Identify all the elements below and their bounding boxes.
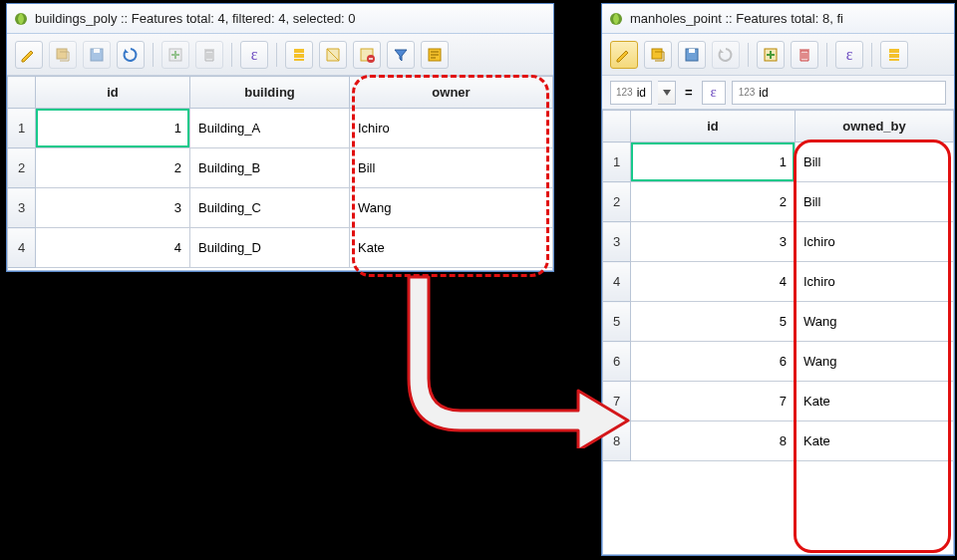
select-all-button[interactable] [880,41,908,69]
column-header-id[interactable]: id [36,77,190,109]
row-number[interactable]: 8 [603,421,631,461]
row-number[interactable]: 2 [8,148,36,188]
table-row[interactable]: 7 7 Kate [603,382,954,421]
deselect-all-button[interactable] [353,41,381,69]
cell-id[interactable]: 6 [631,342,796,382]
row-number[interactable]: 4 [8,228,36,268]
attribute-table[interactable]: id owned_by 1 1 Bill 2 2 Bill 3 3 [602,110,954,461]
cell-id[interactable]: 3 [36,188,190,228]
epsilon-icon: ε [251,46,258,64]
table-row[interactable]: 1 1 Bill [603,142,954,182]
cell-owner[interactable]: Bill [350,148,553,188]
row-number[interactable]: 3 [8,188,36,228]
table-row[interactable]: 3 3 Building_C Wang [8,188,553,228]
row-number[interactable]: 1 [603,142,631,182]
table-row[interactable]: 3 3 Ichiro [603,222,954,262]
toolbar-separator [748,43,749,67]
buildings-attribute-table-window: buildings_poly :: Features total: 4, fil… [6,3,554,272]
row-number[interactable]: 4 [603,262,631,302]
cell-id[interactable]: 8 [631,421,796,461]
toolbar: ε [602,34,954,76]
form-view-button[interactable] [421,41,449,69]
toggle-editing-button[interactable] [610,41,638,69]
cell-id[interactable]: 2 [631,182,796,222]
row-number[interactable]: 1 [8,109,36,148]
column-header-id[interactable]: id [631,111,796,142]
expression-button[interactable]: ε [835,41,863,69]
multi-edit-button[interactable] [644,41,672,69]
reload-button[interactable] [712,41,740,69]
cell-building[interactable]: Building_B [190,148,350,188]
column-header-owner[interactable]: owner [350,77,553,109]
cell-owned-by[interactable]: Wang [796,342,954,382]
filter-button[interactable] [387,41,415,69]
cell-owned-by[interactable]: Bill [796,182,954,222]
table-row[interactable]: 8 8 Kate [603,421,954,461]
column-header-building[interactable]: building [190,77,350,109]
cell-building[interactable]: Building_A [190,109,350,148]
row-number[interactable]: 3 [603,222,631,262]
window-title-bar[interactable]: buildings_poly :: Features total: 4, fil… [7,4,553,34]
cell-id[interactable]: 2 [36,148,190,188]
row-number[interactable]: 7 [603,382,631,421]
cell-owned-by[interactable]: Ichiro [796,222,954,262]
cell-owner[interactable]: Kate [350,228,553,268]
cell-owner[interactable]: Ichiro [350,109,553,148]
multi-edit-button[interactable] [49,41,77,69]
number-type-icon: 123 [616,87,633,98]
cell-id[interactable]: 4 [631,262,796,302]
cell-id[interactable]: 5 [631,302,796,342]
svg-rect-3 [94,49,100,53]
toggle-editing-button[interactable] [15,41,43,69]
cell-id[interactable]: 1 [36,109,190,148]
reload-button[interactable] [117,41,145,69]
window-title-text: buildings_poly :: Features total: 4, fil… [35,11,356,26]
corner-header[interactable] [603,111,631,142]
cell-building[interactable]: Building_C [190,188,350,228]
field-select-dropdown[interactable]: 123 id [610,81,652,105]
table-row[interactable]: 2 2 Bill [603,182,954,222]
select-all-button[interactable] [285,41,313,69]
table-row[interactable]: 2 2 Building_B Bill [8,148,553,188]
cell-owned-by[interactable]: Kate [796,421,954,461]
cell-id[interactable]: 1 [631,142,796,182]
row-number[interactable]: 2 [603,182,631,222]
new-field-button[interactable] [757,41,785,69]
row-number[interactable]: 6 [603,342,631,382]
column-header-owned-by[interactable]: owned_by [796,111,954,142]
cell-owned-by[interactable]: Wang [796,302,954,342]
table-row[interactable]: 5 5 Wang [603,302,954,342]
new-field-button[interactable] [161,41,189,69]
toolbar-separator [276,43,277,67]
expression-dialog-button[interactable]: ε [702,81,726,105]
svg-rect-14 [689,49,695,53]
expression-value: id [759,86,768,100]
table-row[interactable]: 1 1 Building_A Ichiro [8,109,553,148]
row-number[interactable]: 5 [603,302,631,342]
delete-field-button[interactable] [791,41,818,69]
toolbar-separator [871,43,872,67]
toolbar-separator [826,43,827,67]
corner-header[interactable] [8,77,36,109]
cell-id[interactable]: 7 [631,382,796,421]
qgis-icon [13,11,29,27]
table-row[interactable]: 6 6 Wang [603,342,954,382]
field-select-dropdown-button[interactable] [658,81,676,105]
invert-selection-button[interactable] [319,41,347,69]
delete-field-button[interactable] [195,41,223,69]
cell-owned-by[interactable]: Kate [796,382,954,421]
expression-button[interactable]: ε [240,41,268,69]
attribute-table[interactable]: id building owner 1 1 Building_A Ichiro … [7,76,553,268]
window-title-bar[interactable]: manholes_point :: Features total: 8, fi [602,4,954,34]
save-edits-button[interactable] [678,41,706,69]
table-row[interactable]: 4 4 Building_D Kate [8,228,553,268]
save-edits-button[interactable] [83,41,111,69]
table-row[interactable]: 4 4 Ichiro [603,262,954,302]
cell-building[interactable]: Building_D [190,228,350,268]
cell-id[interactable]: 4 [36,228,190,268]
cell-owned-by[interactable]: Bill [796,142,954,182]
cell-owned-by[interactable]: Ichiro [796,262,954,302]
cell-id[interactable]: 3 [631,222,796,262]
expression-input[interactable]: 123 id [732,81,946,105]
cell-owner[interactable]: Wang [350,188,553,228]
